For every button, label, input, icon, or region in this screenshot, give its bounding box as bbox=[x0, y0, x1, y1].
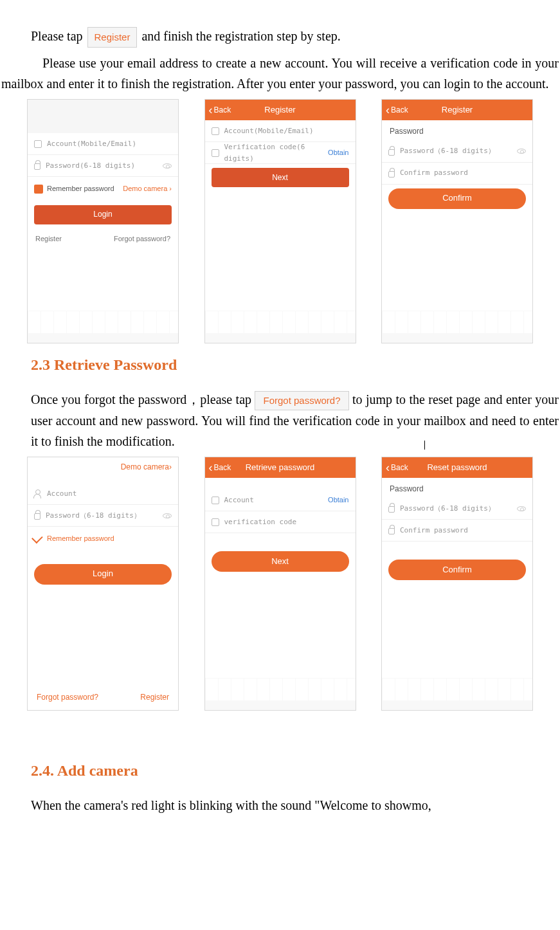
skyline-decoration bbox=[382, 311, 532, 343]
demo-camera-link[interactable]: Demo camera bbox=[123, 183, 172, 195]
remember-checkbox[interactable] bbox=[32, 532, 43, 543]
topbar-title: Register bbox=[264, 104, 295, 117]
code-icon bbox=[212, 518, 219, 526]
remember-row: Remember password Demo camera bbox=[28, 177, 178, 201]
text: Please use your email address to create … bbox=[1, 56, 559, 91]
code-field[interactable]: Verification code(6 digits) Obtain bbox=[205, 142, 356, 164]
screenshot-register-code: Back Register Account(Mobile/Email) Veri… bbox=[204, 99, 356, 343]
topbar-retrieve: Back Retrieve password bbox=[205, 457, 356, 478]
screenshots-row-2: Demo camera Account Password（6-18 digits… bbox=[27, 457, 533, 711]
section-password: Password bbox=[382, 478, 532, 498]
skyline-decoration bbox=[205, 311, 356, 343]
code-icon bbox=[212, 149, 219, 157]
back-button[interactable]: Back bbox=[386, 104, 408, 116]
account-field[interactable]: Account(Mobile/Email) bbox=[205, 120, 356, 142]
login-button[interactable]: Login bbox=[34, 205, 172, 224]
login-button[interactable]: Login bbox=[34, 564, 172, 585]
remember-checkbox[interactable] bbox=[34, 185, 43, 194]
obtain-button[interactable]: Obtain bbox=[328, 495, 348, 506]
text: Once you forgot the password，please tap bbox=[31, 392, 251, 406]
eye-icon bbox=[163, 513, 172, 518]
lock-icon bbox=[388, 149, 395, 156]
text: Please tap bbox=[31, 29, 83, 43]
topbar-register: Back Register bbox=[382, 100, 532, 120]
confirm-button[interactable]: Confirm bbox=[388, 560, 526, 580]
screenshot-reset: Back Reset password Password Password（6-… bbox=[381, 457, 533, 711]
demo-camera-link[interactable]: Demo camera bbox=[28, 457, 178, 477]
skyline-decoration bbox=[382, 678, 532, 710]
placeholder: Password（6-18 digits） bbox=[46, 510, 141, 522]
screenshot-login-v2: Demo camera Account Password（6-18 digits… bbox=[27, 457, 179, 711]
intro-para2: Please use your email address to create … bbox=[1, 53, 559, 94]
screenshot-register-password: Back Register Password Password（6-18 dig… bbox=[381, 99, 533, 343]
forgot-link[interactable]: Forgot password? bbox=[37, 691, 98, 704]
account-field[interactable]: Account bbox=[28, 483, 178, 505]
text-cursor bbox=[424, 441, 425, 450]
placeholder: Password(6-18 digits) bbox=[46, 160, 135, 172]
back-button[interactable]: Back bbox=[209, 104, 231, 116]
placeholder: Account bbox=[224, 495, 254, 506]
user-icon bbox=[34, 490, 42, 498]
lock-icon bbox=[388, 506, 395, 513]
back-button[interactable]: Back bbox=[386, 462, 408, 474]
heading-add-camera: 2.4. Add camera bbox=[31, 758, 559, 783]
topbar-reset: Back Reset password bbox=[382, 457, 532, 478]
account-field[interactable]: Account(Mobile/Email) bbox=[28, 133, 178, 155]
forgot-link[interactable]: Forgot password? bbox=[114, 233, 170, 245]
account-icon bbox=[34, 140, 42, 148]
heading-retrieve: 2.3 Retrieve Password bbox=[31, 352, 559, 377]
intro-line1: Please tap Register and finish the regis… bbox=[1, 26, 559, 48]
register-link[interactable]: Register bbox=[140, 691, 169, 704]
lock-icon bbox=[34, 513, 41, 520]
eye-icon bbox=[517, 506, 526, 511]
placeholder: Confirm password bbox=[400, 167, 468, 179]
topbar-title: Retrieve password bbox=[246, 461, 315, 475]
password-field[interactable]: Password(6-18 digits) bbox=[28, 155, 178, 177]
account-icon bbox=[212, 127, 219, 135]
password-field[interactable]: Password（6-18 digits） bbox=[382, 498, 532, 520]
next-button[interactable]: Next bbox=[212, 551, 349, 572]
placeholder: Confirm password bbox=[400, 525, 468, 536]
screenshot-login: Account(Mobile/Email) Password(6-18 digi… bbox=[27, 99, 179, 343]
section-password: Password bbox=[382, 120, 532, 140]
retrieve-para: Once you forgot the password，please tap … bbox=[1, 389, 559, 451]
account-field[interactable]: Account Obtain bbox=[205, 489, 356, 511]
topbar-register: Back Register bbox=[205, 100, 356, 120]
forgot-password-chip: Forgot password? bbox=[255, 391, 348, 410]
placeholder: verification code bbox=[224, 516, 297, 528]
password-field[interactable]: Password（6-18 digits） bbox=[382, 141, 532, 163]
password-field[interactable]: Password（6-18 digits） bbox=[28, 505, 178, 527]
code-field[interactable]: verification code bbox=[205, 511, 356, 533]
placeholder: Account bbox=[47, 488, 77, 500]
register-chip: Register bbox=[87, 27, 138, 48]
placeholder: Verification code(6 digits) bbox=[224, 141, 323, 164]
confirm-button[interactable]: Confirm bbox=[388, 188, 526, 209]
screenshot-retrieve: Back Retrieve password Account Obtain ve… bbox=[204, 457, 356, 711]
bottom-links: Register Forgot password? bbox=[28, 228, 178, 250]
lock-icon bbox=[388, 171, 395, 178]
screenshots-row-1: Account(Mobile/Email) Password(6-18 digi… bbox=[27, 99, 533, 343]
confirm-password-field[interactable]: Confirm password bbox=[382, 163, 532, 185]
eye-icon bbox=[163, 163, 172, 169]
lock-icon bbox=[34, 163, 41, 170]
confirm-password-field[interactable]: Confirm password bbox=[382, 520, 532, 542]
remember-label: Remember password bbox=[47, 533, 114, 545]
placeholder: Password（6-18 digits） bbox=[400, 503, 495, 515]
topbar-title: Register bbox=[442, 104, 473, 117]
add-camera-para: When the camera's red light is blinking … bbox=[1, 795, 559, 816]
remember-label: Remember password bbox=[47, 183, 114, 195]
eye-icon bbox=[517, 149, 526, 154]
account-icon bbox=[212, 497, 219, 504]
register-link[interactable]: Register bbox=[35, 233, 62, 245]
next-button[interactable]: Next bbox=[212, 168, 349, 187]
topbar-title: Reset password bbox=[427, 461, 487, 475]
skyline-decoration bbox=[205, 678, 356, 710]
obtain-button[interactable]: Obtain bbox=[328, 147, 348, 159]
placeholder: Account(Mobile/Email) bbox=[47, 138, 136, 150]
lock-icon bbox=[388, 528, 395, 534]
text: and finish the registration step by step… bbox=[141, 29, 340, 43]
back-button[interactable]: Back bbox=[209, 462, 231, 474]
phone-topspace bbox=[28, 100, 178, 133]
skyline-decoration bbox=[28, 311, 178, 343]
bottom-links: Forgot password? Register bbox=[28, 686, 178, 710]
